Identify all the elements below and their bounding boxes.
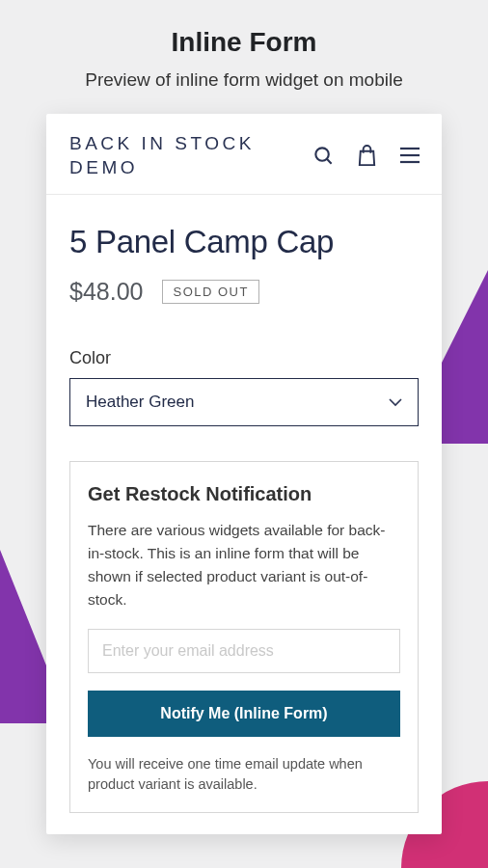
search-icon[interactable] [312, 145, 335, 167]
restock-card: Get Restock Notification There are vario… [69, 461, 419, 813]
store-title: BACK IN STOCK DEMO [69, 131, 312, 180]
restock-title: Get Restock Notification [88, 483, 400, 505]
product-title: 5 Panel Camp Cap [69, 224, 419, 260]
color-select[interactable]: Heather Green [69, 378, 419, 426]
menu-icon[interactable] [399, 147, 420, 164]
sold-out-badge: SOLD OUT [162, 280, 258, 304]
restock-disclaimer: You will receive one time email update w… [88, 754, 400, 795]
price-row: $48.00 SOLD OUT [69, 278, 419, 306]
product-price: $48.00 [69, 278, 143, 306]
restock-description: There are various widgets available for … [88, 519, 400, 611]
svg-line-1 [327, 159, 332, 164]
header-icons [312, 144, 420, 168]
cart-icon[interactable] [356, 144, 378, 168]
mobile-preview: BACK IN STOCK DEMO 5 Panel Camp Cap $48 [46, 114, 442, 834]
product-section: 5 Panel Camp Cap $48.00 SOLD OUT Color H… [46, 195, 442, 834]
store-header: BACK IN STOCK DEMO [46, 114, 442, 195]
chevron-down-icon [389, 393, 402, 411]
svg-point-0 [315, 148, 328, 160]
notify-button[interactable]: Notify Me (Inline Form) [88, 691, 400, 737]
color-select-value: Heather Green [86, 393, 194, 412]
email-input[interactable] [88, 629, 400, 673]
page-subtitle: Preview of inline form widget on mobile [0, 58, 488, 93]
page-title: Inline Form [0, 0, 488, 58]
color-label: Color [69, 348, 419, 368]
